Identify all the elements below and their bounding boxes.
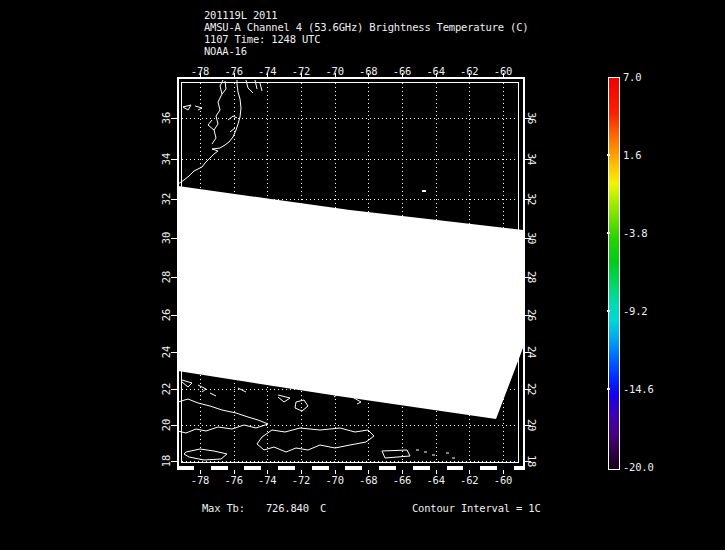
lat-tick-right (525, 277, 531, 278)
map-zebra-border (177, 466, 525, 470)
max-tb-unit: C (320, 502, 326, 514)
coastline-neuse-river (208, 120, 214, 130)
colorbar (608, 77, 620, 470)
lon-label-bottom: -76 (218, 474, 250, 486)
lon-tick-bottom (469, 470, 470, 474)
contour-interval-text: Contour Interval = 1C (412, 502, 541, 514)
map-canvas (178, 80, 523, 463)
lon-tick-bottom (436, 470, 437, 474)
lon-tick-bottom (301, 470, 302, 474)
coastline-puerto-rico (382, 450, 410, 458)
dataset-id-line: 201119L 2011 (204, 9, 277, 21)
coastline-albemarle-c (260, 83, 262, 91)
coastline-inland-islet-b (195, 106, 202, 110)
lat-tick-right (525, 425, 531, 426)
coastline-pamlico-sound (212, 80, 223, 144)
lat-tick-right (525, 389, 531, 390)
lat-tick-right (525, 199, 531, 200)
colorbar-tick-label: 1.6 (623, 149, 641, 161)
lat-tick-right (525, 238, 531, 239)
colorbar-tick-label: -14.6 (623, 383, 654, 395)
plot-title: AMSU-A Channel 4 (53.6GHz) Brightness Te… (204, 21, 528, 33)
lat-tick-right (525, 159, 531, 160)
lon-label-bottom: -72 (285, 474, 317, 486)
lon-label-bottom: -68 (352, 474, 384, 486)
lon-tick-bottom (200, 470, 201, 474)
coastline-sound-island-b (230, 128, 235, 132)
coastline-albemarle-b (255, 80, 257, 89)
coastline-crooked-acklins (295, 400, 308, 411)
time-line: 1107 Time: 1248 UTC (204, 33, 320, 45)
colorbar-tick-mark (607, 154, 610, 156)
lon-label-bottom: -78 (184, 474, 216, 486)
lon-tick-bottom (503, 470, 504, 474)
colorbar-tick-mark (607, 310, 610, 312)
lon-label-bottom: -74 (251, 474, 283, 486)
lon-label-bottom: -60 (487, 474, 519, 486)
colorbar-tick-mark (607, 388, 610, 390)
amsu-plot-page: 201119L 2011 AMSU-A Channel 4 (53.6GHz) … (0, 0, 725, 550)
colorbar-tick-label: -3.8 (623, 227, 648, 239)
lon-label-bottom: -64 (420, 474, 452, 486)
lat-tick-right (525, 352, 531, 353)
coastline-estuary-branch (222, 81, 226, 94)
satellite-swath (178, 186, 523, 419)
satellite-name: NOAA-16 (204, 45, 247, 57)
coastline-north-carolina (178, 80, 241, 184)
lon-tick-bottom (402, 470, 403, 474)
coastline-albemarle-a (246, 80, 253, 93)
colorbar-tick-label: 7.0 (623, 71, 641, 83)
lat-tick-right (525, 461, 531, 462)
coastline-jamaica (184, 449, 227, 460)
coastline-bahamas-a (198, 385, 206, 392)
coastline-inland-islet-a (183, 105, 191, 110)
lon-tick-bottom (368, 470, 369, 474)
colorbar-tick-label: -9.2 (623, 305, 648, 317)
bermuda-island (422, 190, 426, 192)
coastline-hispaniola (257, 428, 374, 452)
coastline-cuba (178, 399, 268, 433)
lon-tick-bottom (267, 470, 268, 474)
lon-tick-bottom (335, 470, 336, 474)
lat-tick-right (525, 118, 531, 119)
coastline-bahamas-long-island (278, 395, 290, 402)
lon-label-bottom: -70 (319, 474, 351, 486)
coastline-bahamas-b (210, 393, 216, 396)
colorbar-gradient (609, 78, 619, 469)
colorbar-tick-mark (607, 232, 610, 234)
lon-tick-bottom (234, 470, 235, 474)
colorbar-tick-label: -20.0 (623, 461, 654, 473)
max-tb-label: Max Tb: (202, 502, 245, 514)
lon-label-bottom: -66 (386, 474, 418, 486)
max-tb-value: 726.840 (266, 502, 309, 514)
lat-tick-right (525, 315, 531, 316)
coastline-bahamas-c (238, 388, 246, 392)
lon-label-bottom: -62 (453, 474, 485, 486)
coastline-bahamas-andros (182, 380, 192, 387)
coastline-sound-island-a (228, 116, 237, 120)
